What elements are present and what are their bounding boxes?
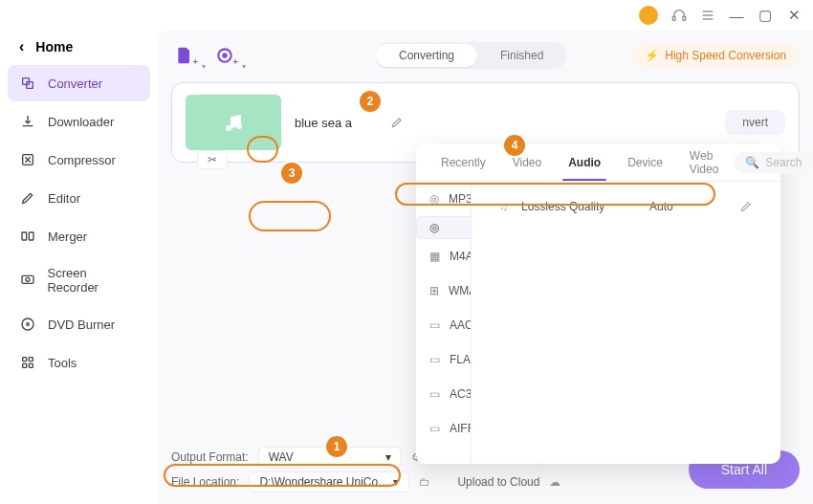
marker-1: 1 bbox=[326, 436, 347, 457]
convert-button[interactable]: nvert bbox=[725, 110, 785, 135]
svg-point-12 bbox=[22, 318, 33, 330]
svg-rect-10 bbox=[22, 275, 33, 283]
disc-icon: ◎ bbox=[427, 220, 442, 235]
fmt-label: AC3 bbox=[450, 387, 472, 401]
titlebar: — ▢ ✕ bbox=[0, 0, 813, 31]
sidebar-item-tools[interactable]: Tools bbox=[8, 344, 150, 381]
format-mp3[interactable]: ◎MP3 bbox=[416, 182, 471, 216]
format-ac3[interactable]: ▭AC3 bbox=[416, 377, 471, 411]
trim-button[interactable]: ✂ bbox=[197, 150, 228, 169]
sidebar-item-converter[interactable]: Converter bbox=[8, 65, 150, 101]
nav-label: Downloader bbox=[48, 115, 114, 129]
output-format-label: Output Format: bbox=[171, 450, 249, 464]
minimize-button[interactable]: — bbox=[729, 8, 744, 23]
sidebar-item-dvd-burner[interactable]: DVD Burner bbox=[8, 306, 150, 342]
format-search[interactable]: 🔍Search bbox=[734, 152, 813, 173]
format-wma[interactable]: ⊞WMA bbox=[416, 274, 471, 308]
svg-point-20 bbox=[226, 125, 231, 131]
nav-label: Converter bbox=[48, 77, 102, 91]
tools-icon bbox=[19, 354, 36, 371]
file-location-select[interactable]: D:\Wondershare UniConverter 1▾ bbox=[249, 471, 409, 493]
screen-recorder-icon bbox=[19, 272, 35, 289]
sidebar-item-compressor[interactable]: Compressor bbox=[8, 142, 150, 178]
tab-converting[interactable]: Converting bbox=[376, 44, 477, 67]
ac3-icon: ▭ bbox=[429, 386, 440, 402]
menu-icon[interactable] bbox=[700, 8, 715, 23]
folder-icon[interactable]: 🗀 bbox=[419, 475, 430, 489]
svg-point-21 bbox=[236, 123, 242, 129]
format-m4a[interactable]: ▦M4A bbox=[416, 239, 471, 274]
main-panel: +▾ +▾ Converting Finished ⚡High Speed Co… bbox=[158, 31, 813, 504]
high-speed-conversion[interactable]: ⚡High Speed Conversion bbox=[631, 44, 800, 67]
format-aiff[interactable]: ▭AIFF bbox=[416, 411, 471, 446]
format-popup: Recently Video Audio Device Web Video 🔍S… bbox=[416, 143, 780, 464]
chevron-down-icon: ▾ bbox=[393, 475, 399, 489]
add-file-button[interactable]: +▾ bbox=[171, 42, 198, 69]
tab-finished[interactable]: Finished bbox=[477, 44, 566, 67]
svg-rect-1 bbox=[683, 16, 686, 20]
search-placeholder: Search bbox=[765, 156, 802, 169]
avatar[interactable] bbox=[639, 6, 658, 25]
svg-rect-9 bbox=[29, 232, 33, 240]
svg-rect-17 bbox=[29, 363, 33, 367]
search-icon: 🔍 bbox=[745, 156, 759, 169]
svg-point-13 bbox=[27, 323, 30, 326]
hsc-label: High Speed Conversion bbox=[665, 49, 786, 62]
maximize-button[interactable]: ▢ bbox=[758, 8, 773, 23]
marker-3: 3 bbox=[281, 163, 302, 184]
file-title: blue sea a bbox=[295, 116, 352, 130]
preset-panel: ♫ Lossless Quality Auto bbox=[472, 182, 780, 464]
svg-point-11 bbox=[26, 277, 30, 281]
sidebar-item-merger[interactable]: Merger bbox=[8, 218, 150, 254]
close-button[interactable]: ✕ bbox=[786, 8, 802, 23]
merger-icon bbox=[19, 228, 36, 245]
home-label: Home bbox=[35, 39, 73, 55]
flac-icon: ▭ bbox=[429, 352, 440, 367]
editor-icon bbox=[19, 189, 36, 207]
disc-icon: ◎ bbox=[429, 191, 439, 207]
downloader-icon bbox=[19, 113, 36, 130]
dvd-burner-icon bbox=[19, 316, 36, 333]
segment-control: Converting Finished bbox=[376, 42, 566, 69]
chevron-down-icon: ▾ bbox=[385, 450, 391, 464]
headset-icon[interactable] bbox=[671, 8, 687, 23]
fmt-label: MP3 bbox=[449, 192, 472, 206]
sidebar-item-screen-recorder[interactable]: Screen Recorder bbox=[8, 256, 150, 304]
nav-label: Compressor bbox=[48, 153, 116, 167]
chevron-left-icon: ‹ bbox=[19, 38, 24, 55]
cloud-icon[interactable]: ☁ bbox=[549, 475, 560, 489]
sidebar-item-editor[interactable]: Editor bbox=[8, 180, 150, 216]
add-dvd-button[interactable]: +▾ bbox=[211, 42, 238, 69]
fmt-label: AAC bbox=[450, 318, 472, 332]
preset-quality: Lossless Quality bbox=[521, 200, 636, 213]
edit-title-icon[interactable] bbox=[390, 116, 404, 129]
format-flac[interactable]: ▭FLAC bbox=[416, 342, 471, 377]
preset-edit-icon[interactable] bbox=[739, 200, 753, 213]
bolt-icon: ⚡ bbox=[645, 49, 659, 62]
nav-label: Merger bbox=[48, 230, 87, 244]
format-wav[interactable]: ◎WAV bbox=[416, 216, 472, 239]
preset-row[interactable]: ♫ Lossless Quality Auto bbox=[485, 195, 767, 218]
fmt-label: M4A bbox=[450, 250, 472, 263]
svg-rect-15 bbox=[29, 358, 33, 362]
home-nav[interactable]: ‹ Home bbox=[8, 31, 150, 63]
svg-rect-0 bbox=[672, 16, 675, 20]
svg-rect-8 bbox=[22, 232, 27, 240]
toolbar: +▾ +▾ Converting Finished ⚡High Speed Co… bbox=[171, 42, 800, 69]
tab-webvideo[interactable]: Web Video bbox=[678, 143, 730, 181]
nav-label: Editor bbox=[48, 191, 80, 206]
format-aac[interactable]: ▭AAC bbox=[416, 308, 471, 342]
nav-label: DVD Burner bbox=[48, 318, 115, 332]
tab-device[interactable]: Device bbox=[616, 143, 674, 181]
ring-wav bbox=[249, 201, 331, 231]
tab-audio[interactable]: Audio bbox=[557, 143, 612, 181]
fmt-label: AIFF bbox=[450, 422, 472, 435]
aac-icon: ▭ bbox=[429, 318, 440, 333]
aiff-icon: ▭ bbox=[429, 421, 440, 436]
svg-rect-16 bbox=[23, 363, 27, 367]
file-location-value: D:\Wondershare UniConverter 1 bbox=[259, 475, 393, 489]
svg-rect-14 bbox=[23, 358, 27, 362]
tab-recently[interactable]: Recently bbox=[429, 143, 497, 181]
sidebar-item-downloader[interactable]: Downloader bbox=[8, 103, 150, 140]
marker-4: 4 bbox=[504, 135, 525, 156]
